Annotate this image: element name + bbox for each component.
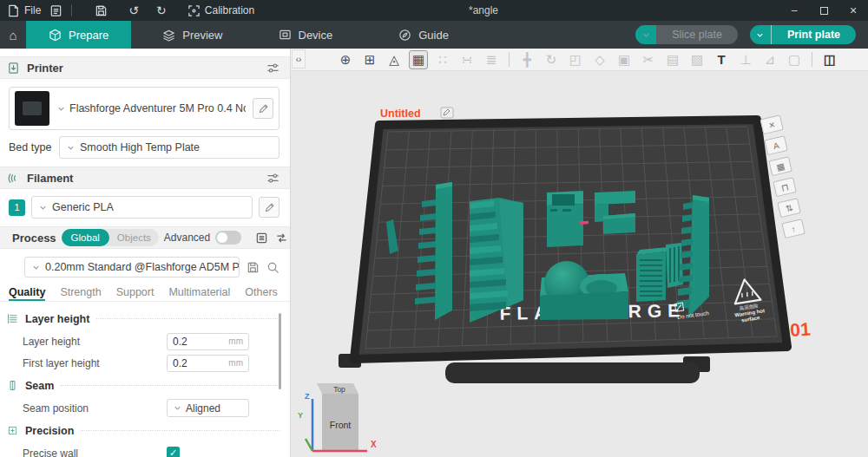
tab-multimaterial[interactable]: Multimaterial [168, 286, 230, 301]
tab-others[interactable]: Others [245, 286, 278, 301]
preset-list-icon[interactable] [255, 232, 268, 245]
move-plate-icon[interactable]: ↑ [782, 219, 805, 238]
tab-strength[interactable]: Strength [60, 286, 101, 301]
seam-position-label: Seam position [23, 402, 89, 415]
redo-button[interactable]: ↻ [156, 3, 167, 17]
preset-chevron-icon [31, 263, 41, 272]
slice-plate-label: Slice plate [656, 25, 738, 44]
lock-plate-icon[interactable]: ⊓ [773, 178, 796, 197]
tab-guide[interactable]: Guide [376, 21, 471, 49]
home-button[interactable]: ⌂ [0, 21, 26, 49]
close-button[interactable]: × [838, 0, 868, 21]
rename-plate-button[interactable] [441, 108, 453, 118]
print-plate-button[interactable]: Print plate [750, 25, 856, 44]
precise-wall-checkbox[interactable]: ✓ [167, 447, 180, 457]
plate-settings-icon[interactable]: ⇅ [778, 199, 800, 218]
maximize-button[interactable] [809, 0, 838, 21]
edit-printer-button[interactable] [253, 98, 273, 119]
save-preset-icon[interactable] [247, 261, 260, 274]
scope-global-button[interactable]: Global [62, 229, 109, 246]
save-button[interactable] [95, 4, 108, 17]
3d-scene[interactable]: FLASHFORGE [291, 71, 868, 457]
process-section-header: Process Global Objects Advanced [0, 226, 290, 249]
text-tool-icon[interactable]: T [712, 50, 731, 69]
layer-height-value: 0.2 [173, 336, 228, 348]
calibration-button[interactable]: Calibration [187, 4, 254, 17]
file-menu[interactable]: File [7, 4, 41, 17]
first-layer-height-label: First layer height [23, 357, 100, 369]
add-plate-icon[interactable]: ⊞ [360, 50, 379, 69]
filament-tune-icon[interactable] [266, 172, 279, 185]
auto-orient-icon[interactable]: ◬ [385, 50, 404, 69]
filament-select[interactable]: Generic PLA [31, 196, 253, 219]
tab-support[interactable]: Support [116, 286, 155, 301]
gizmo-front-label[interactable]: Front [330, 420, 352, 430]
filament-name: Generic PLA [52, 201, 114, 213]
tab-device[interactable]: Device [256, 21, 356, 49]
plate-name-label[interactable]: Untitled [380, 108, 421, 120]
main-tabbar: ⌂ Prepare Preview Device Guide Slice pla… [0, 21, 868, 49]
tab-quality[interactable]: Quality [9, 286, 45, 301]
layer-height-unit: mm [228, 336, 243, 346]
plate-number-label: 01 [789, 318, 811, 340]
advanced-toggle[interactable] [215, 231, 241, 245]
minimize-button[interactable]: – [779, 0, 809, 21]
arrange-icon[interactable]: ▦ [409, 50, 428, 69]
group-precision: Precision [0, 419, 290, 442]
printer-name: Flashforge Adventurer 5M Pro 0.4 Nozzle [69, 102, 246, 114]
plate-stand [445, 362, 700, 383]
gizmo-top-label[interactable]: Top [333, 385, 345, 394]
orient-plate-icon[interactable]: A [765, 136, 787, 155]
mesh-edit-icon: ▢ [785, 50, 804, 69]
support-paint-icon: ⊥ [736, 50, 755, 69]
seam-position-select[interactable]: Aligned [167, 399, 249, 417]
panel-collapse-handle[interactable]: ‹› [292, 49, 306, 69]
bed-type-label: Bed type [9, 141, 54, 153]
tab-preview[interactable]: Preview [140, 21, 245, 49]
model-box[interactable] [547, 191, 583, 247]
search-preset-icon[interactable] [266, 261, 279, 274]
process-preset-select[interactable]: 0.20mm Standard @Flashforge AD5M Pro... [24, 257, 240, 277]
first-layer-height-input[interactable]: 0.2 mm [167, 355, 249, 372]
filament-icon [7, 172, 20, 185]
layer-height-input[interactable]: 0.2 mm [167, 333, 249, 350]
orientation-gizmo[interactable]: Top Front Z Y X [298, 383, 377, 451]
y-axis-label: Y [298, 411, 303, 420]
device-monitor-icon [279, 29, 292, 42]
process-scope-segmented: Global Objects [62, 229, 159, 246]
assembly-view-icon[interactable]: ◫ [820, 50, 839, 69]
group-layer-height: Layer height [0, 307, 290, 330]
cut-icon: ✂ [639, 50, 658, 69]
paint-icon: ▨ [687, 50, 707, 69]
tab-device-label: Device [299, 29, 333, 42]
notes-button[interactable] [49, 4, 62, 17]
compare-presets-icon[interactable] [275, 232, 288, 245]
printer-section-header: Printer [0, 56, 290, 79]
scope-objects-button[interactable]: Objects [109, 232, 159, 243]
filament-section-header: Filament [0, 166, 290, 189]
printer-section-title: Printer [27, 62, 260, 75]
file-icon [7, 4, 20, 17]
slice-dropdown-chevron-icon[interactable] [635, 25, 656, 44]
tab-prepare[interactable]: Prepare [26, 21, 131, 49]
panel-scrollbar[interactable] [279, 313, 281, 389]
filament-slot-badge[interactable]: 1 [9, 199, 25, 216]
print-dropdown-chevron-icon[interactable] [750, 25, 771, 44]
slice-plate-button[interactable]: Slice plate [635, 25, 738, 44]
printer-selector[interactable]: Flashforge Adventurer 5M Pro 0.4 Nozzle [9, 87, 279, 130]
bed-type-select[interactable]: Smooth High Temp Plate [59, 136, 279, 159]
height-range-icon: ▤ [663, 50, 682, 69]
pencil-icon [258, 103, 269, 114]
filament-section-title: Filament [27, 172, 260, 185]
undo-button[interactable]: ↺ [128, 3, 139, 17]
seam-paint-icon: ⊿ [760, 50, 779, 69]
precision-icon [7, 425, 18, 436]
settings-panel: Printer Flashforge Adventurer 5M Pro 0.4… [0, 49, 291, 457]
calibration-label: Calibration [205, 4, 254, 16]
add-object-icon[interactable]: ⊕ [336, 50, 355, 69]
arrange-plate-icon[interactable]: ▦ [769, 157, 792, 176]
group-title: Precision [25, 425, 74, 437]
delete-plate-icon[interactable]: × [760, 115, 783, 134]
edit-filament-button[interactable] [259, 197, 279, 218]
printer-tune-icon[interactable] [266, 62, 279, 75]
